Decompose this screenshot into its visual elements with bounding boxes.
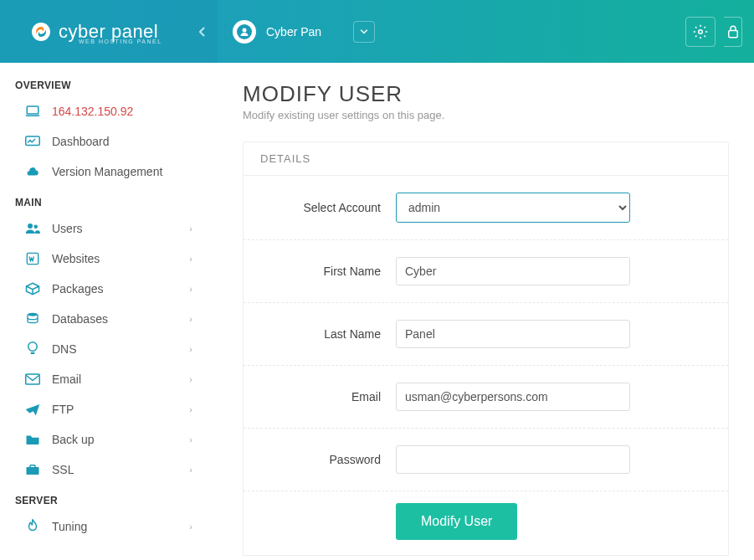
sidebar-item-email[interactable]: Email › bbox=[0, 364, 218, 394]
chevron-right-icon: › bbox=[189, 254, 192, 264]
chevron-down-icon[interactable] bbox=[353, 21, 375, 43]
label-select-account: Select Account bbox=[264, 201, 381, 214]
cloud-icon bbox=[25, 164, 40, 179]
sidebar-item-version[interactable]: Version Management bbox=[0, 157, 218, 187]
sidebar-body: OVERVIEW 164.132.150.92 Dashboard Versio… bbox=[0, 63, 218, 560]
svg-rect-7 bbox=[26, 374, 40, 384]
lock-icon bbox=[726, 24, 740, 39]
password-input[interactable] bbox=[396, 445, 630, 474]
select-account-dropdown[interactable]: admin bbox=[396, 193, 630, 223]
brand-tagline: WEB HOSTING PANEL bbox=[79, 39, 162, 44]
sidebar-section-overview: OVERVIEW bbox=[0, 69, 218, 96]
form-row-last-name: Last Name bbox=[244, 303, 728, 366]
plane-icon bbox=[25, 402, 40, 417]
chevron-right-icon: › bbox=[189, 374, 192, 384]
svg-point-6 bbox=[28, 342, 38, 352]
sidebar-item-dns[interactable]: DNS › bbox=[0, 334, 218, 364]
sidebar-item-ftp[interactable]: FTP › bbox=[0, 394, 218, 424]
label-password: Password bbox=[264, 453, 381, 466]
gear-icon bbox=[693, 24, 708, 39]
topbar: Cyber Pan bbox=[218, 0, 754, 63]
sidebar-item-label: Version Management bbox=[52, 165, 162, 178]
chevron-right-icon: › bbox=[189, 521, 192, 532]
chevron-right-icon: › bbox=[189, 344, 192, 354]
sidebar-item-backup[interactable]: Back up › bbox=[0, 424, 218, 455]
details-panel: DETAILS Select Account admin First Name bbox=[243, 141, 729, 556]
label-first-name: First Name bbox=[264, 265, 381, 278]
form-row-password: Password bbox=[244, 429, 728, 491]
first-name-input[interactable] bbox=[396, 257, 630, 285]
laptop-icon bbox=[25, 104, 40, 119]
svg-rect-8 bbox=[27, 467, 39, 475]
lock-button[interactable] bbox=[724, 17, 742, 47]
sidebar-item-label: Dashboard bbox=[52, 135, 110, 148]
box-icon bbox=[25, 281, 40, 296]
label-last-name: Last Name bbox=[264, 327, 381, 341]
sidebar-item-ssl[interactable]: SSL › bbox=[0, 455, 218, 485]
svg-point-2 bbox=[28, 223, 33, 229]
sidebar-item-label: Back up bbox=[52, 433, 95, 446]
sidebar-item-label: SSL bbox=[52, 463, 74, 476]
globe-icon bbox=[25, 251, 40, 266]
chevron-right-icon: › bbox=[189, 284, 192, 294]
sidebar-item-tuning[interactable]: Tuning › bbox=[0, 511, 218, 542]
last-name-input[interactable] bbox=[396, 320, 630, 348]
chevron-right-icon: › bbox=[189, 465, 192, 475]
form-row-email: Email bbox=[244, 366, 728, 429]
envelope-icon bbox=[25, 372, 40, 387]
sidebar-header: cyber panel WEB HOSTING PANEL bbox=[0, 0, 218, 63]
sidebar-item-label: 164.132.150.92 bbox=[52, 105, 133, 118]
chevron-right-icon: › bbox=[189, 223, 192, 234]
page-title: MODIFY USER bbox=[243, 81, 729, 107]
sidebar-item-label: DNS bbox=[52, 342, 77, 356]
sidebar-item-ip[interactable]: 164.132.150.92 bbox=[0, 96, 218, 126]
sidebar-item-label: Email bbox=[52, 372, 81, 386]
sidebar-item-label: Users bbox=[52, 222, 83, 235]
flame-icon bbox=[25, 519, 40, 534]
label-email: Email bbox=[264, 390, 381, 403]
page-subtitle: Modify existing user settings on this pa… bbox=[243, 109, 729, 121]
chevron-right-icon: › bbox=[189, 314, 192, 324]
svg-rect-11 bbox=[728, 30, 737, 37]
folder-icon bbox=[25, 432, 40, 447]
database-icon bbox=[25, 311, 40, 326]
sidebar-item-label: Packages bbox=[52, 282, 103, 295]
sidebar-item-websites[interactable]: Websites › bbox=[0, 244, 218, 274]
sidebar-item-databases[interactable]: Databases › bbox=[0, 304, 218, 334]
user-avatar-icon bbox=[233, 20, 256, 44]
sidebar-section-server: SERVER bbox=[0, 485, 218, 511]
sidebar-collapse-button[interactable] bbox=[199, 27, 206, 37]
sidebar-item-label: Websites bbox=[52, 252, 100, 265]
content: MODIFY USER Modify existing user setting… bbox=[218, 63, 754, 560]
briefcase-icon bbox=[25, 462, 40, 477]
user-menu[interactable]: Cyber Pan bbox=[233, 20, 375, 44]
panel-title: DETAILS bbox=[243, 141, 729, 176]
chevron-right-icon: › bbox=[189, 404, 192, 414]
sidebar-item-label: Tuning bbox=[52, 520, 87, 533]
user-name: Cyber Pan bbox=[266, 25, 321, 39]
sidebar-item-label: Databases bbox=[52, 312, 108, 326]
form-actions: Modify User bbox=[244, 491, 728, 555]
sidebar-section-main: MAIN bbox=[0, 187, 218, 213]
svg-rect-0 bbox=[27, 106, 38, 114]
sidebar-item-label: FTP bbox=[52, 403, 74, 416]
svg-point-5 bbox=[28, 313, 38, 316]
form-row-first-name: First Name bbox=[244, 240, 728, 303]
sidebar-item-packages[interactable]: Packages › bbox=[0, 274, 218, 304]
chevron-right-icon: › bbox=[189, 434, 192, 444]
brand-swirl-icon bbox=[32, 23, 50, 41]
form-row-select-account: Select Account admin bbox=[244, 176, 728, 240]
sidebar: cyber panel WEB HOSTING PANEL OVERVIEW 1… bbox=[0, 0, 218, 560]
settings-button[interactable] bbox=[685, 17, 716, 47]
bulb-icon bbox=[25, 342, 40, 357]
svg-point-10 bbox=[699, 29, 703, 33]
email-input[interactable] bbox=[396, 383, 630, 411]
svg-point-3 bbox=[34, 225, 38, 229]
dashboard-icon bbox=[25, 134, 40, 149]
modify-user-button[interactable]: Modify User bbox=[396, 503, 517, 540]
sidebar-item-users[interactable]: Users › bbox=[0, 213, 218, 244]
users-icon bbox=[25, 221, 40, 236]
sidebar-item-dashboard[interactable]: Dashboard bbox=[0, 126, 218, 157]
svg-point-9 bbox=[243, 28, 247, 32]
